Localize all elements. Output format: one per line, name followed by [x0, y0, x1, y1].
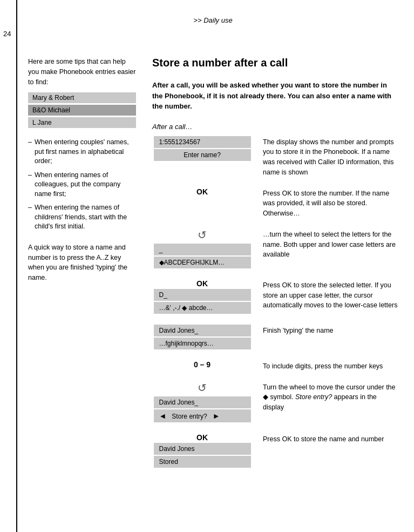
display-row-4: OK D_ …&' ,-./ ◆ abcde… Press OK to stor… — [152, 279, 398, 315]
main-content: >> Daily use Here are some tips that can… — [17, 0, 414, 532]
display-description-5: Finish 'typing' the name — [263, 325, 398, 336]
display-screens-4: OK D_ …&' ,-./ ◆ abcde… — [152, 279, 252, 315]
two-column-layout: Here are some tips that can help you mak… — [28, 57, 398, 479]
ok-label-3: OK — [196, 433, 208, 442]
after-call-label: After a call… — [152, 123, 398, 131]
display-row-2: OK Press OK to store the number. If the … — [152, 187, 398, 219]
display-screens-6: 0 – 9 — [152, 360, 252, 369]
phonebook-entry: L Jane — [28, 117, 136, 128]
display-screens-1: 1:5551234567 Enter name? — [152, 136, 252, 162]
nav-arrow-right: ► — [213, 412, 220, 420]
section-title: Store a number after a call — [152, 57, 398, 69]
display-screens-8: OK David Jones Stored — [152, 433, 252, 469]
display-row-5: David Jones_ …fghijklmnopqrs… Finish 'ty… — [152, 325, 398, 351]
display-line: ◆ABCDEFGHIJKLM… — [154, 257, 251, 268]
ok-label-2: OK — [196, 279, 208, 288]
display-description-1: The display shows the number and prompts… — [263, 136, 398, 178]
ok-label: OK — [196, 187, 208, 196]
display-row-3: ↺ _ ◆ABCDEFGHIJKLM… …turn the wheel to s… — [152, 228, 398, 270]
display-line: 1:5551234567 — [154, 136, 251, 148]
display-screens-2: OK — [152, 187, 252, 197]
nav-arrow-left: ◄ — [159, 412, 167, 420]
intro-left: Here are some tips that can help you mak… — [28, 57, 136, 87]
list-item: When entering names of colleagues, put t… — [28, 171, 136, 199]
header-text: >> Daily use — [193, 16, 232, 24]
display-description-2: Press OK to store the number. If the nam… — [263, 187, 398, 219]
display-screens-3: ↺ _ ◆ABCDEFGHIJKLM… — [152, 228, 252, 270]
display-line: …&' ,-./ ◆ abcde… — [154, 302, 251, 314]
display-row-8: OK David Jones Stored Press OK to store … — [152, 433, 398, 469]
page-container: 24 >> Daily use Here are some tips that … — [0, 0, 414, 532]
header: >> Daily use — [28, 11, 398, 24]
phonebook-list: Mary & Robert B&O Michael L Jane — [28, 92, 136, 128]
display-line: ◄ Store entry? ► — [154, 409, 251, 422]
display-line: Enter name? — [154, 149, 251, 161]
display-row-6: 0 – 9 To include digits, press the numbe… — [152, 360, 398, 372]
display-line: Stored — [154, 456, 251, 468]
list-item: When entering couples' names, put first … — [28, 138, 136, 166]
body-text: A quick way to store a name and number i… — [28, 243, 136, 283]
display-line: David Jones_ — [154, 396, 251, 408]
display-line: David Jones — [154, 443, 251, 455]
intro-bold: After a call, you will be asked whether … — [152, 80, 398, 112]
right-column: Store a number after a call After a call… — [152, 57, 398, 479]
display-screens-5: David Jones_ …fghijklmnopqrs… — [152, 325, 252, 351]
display-line: …fghijklmnopqrs… — [154, 338, 251, 349]
page-number: 24 — [3, 30, 11, 38]
display-description-4: Press OK to store the selected letter. I… — [263, 279, 398, 311]
phonebook-entry: Mary & Robert — [28, 92, 136, 103]
wheel-icon: ↺ — [198, 228, 207, 241]
left-border: 24 — [0, 0, 17, 532]
left-column: Here are some tips that can help you mak… — [28, 57, 136, 479]
display-screens-7: ↺ David Jones_ ◄ Store entry? ► — [152, 381, 252, 423]
phonebook-entry: B&O Michael — [28, 105, 136, 116]
display-description-8: Press OK to store the name and number — [263, 433, 398, 445]
list-item: When entering the names of childrens' fr… — [28, 203, 136, 232]
display-description-7: Turn the wheel to move the cursor under … — [263, 381, 398, 413]
display-line: David Jones_ — [154, 325, 251, 336]
display-row-7: ↺ David Jones_ ◄ Store entry? ► Turn the… — [152, 381, 398, 423]
display-description-6: To include digits, press the number keys — [263, 360, 398, 372]
display-row-1: 1:5551234567 Enter name? The display sho… — [152, 136, 398, 178]
display-description-3: …turn the wheel to select the letters fo… — [263, 228, 398, 260]
display-line: _ — [154, 244, 251, 255]
zero-nine-label: 0 – 9 — [194, 360, 211, 369]
wheel-icon-2: ↺ — [198, 381, 207, 394]
tips-list: When entering couples' names, put first … — [28, 138, 136, 232]
display-line: D_ — [154, 289, 251, 301]
